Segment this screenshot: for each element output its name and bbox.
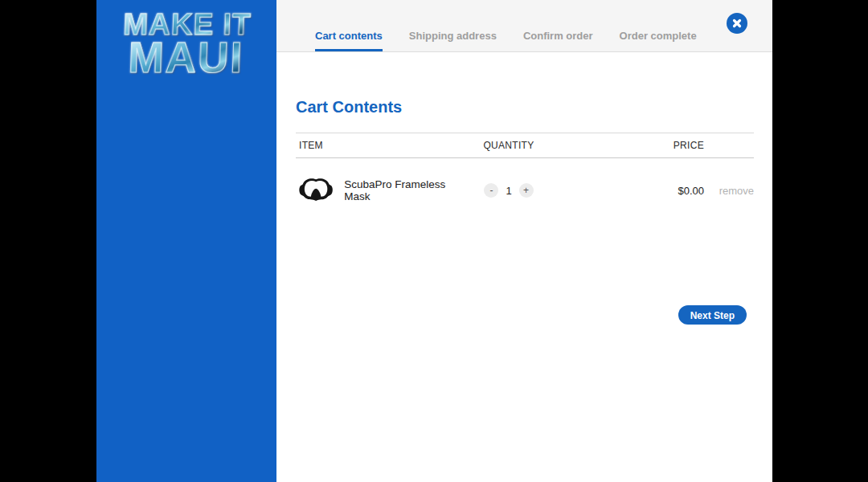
item-price: $0.00 [553, 185, 704, 197]
item-cell: ScubaPro Frameless Mask [296, 173, 465, 208]
close-button[interactable] [727, 13, 747, 34]
column-header-item: ITEM [296, 140, 465, 151]
tab-confirm-order[interactable]: Confirm order [523, 30, 593, 51]
column-header-quantity: QUANTITY [465, 140, 553, 151]
column-header-price: PRICE [553, 140, 704, 151]
quantity-increase-button[interactable]: + [519, 183, 534, 198]
quantity-stepper: - 1 + [465, 183, 553, 198]
checkout-panel: Cart contents Shipping address Confirm o… [276, 0, 772, 482]
item-name: ScubaPro Frameless Mask [344, 178, 465, 202]
tab-shipping-address[interactable]: Shipping address [409, 30, 497, 51]
tab-cart-contents[interactable]: Cart contents [315, 30, 383, 51]
tab-order-complete[interactable]: Order complete [620, 30, 697, 51]
page-title: Cart Contents [296, 98, 772, 116]
logo-line-2: MAUI [113, 39, 260, 78]
sidebar: MAKE IT MAUI [96, 0, 276, 482]
quantity-decrease-button[interactable]: - [484, 183, 498, 198]
cart-item-row: ScubaPro Frameless Mask - 1 + $0.00 remo… [296, 158, 754, 223]
table-header-row: ITEM QUANTITY PRICE [296, 133, 754, 158]
screen: MAKE IT MAUI Cart contents Shipping addr… [0, 0, 868, 482]
close-icon [731, 18, 743, 29]
next-step-button[interactable]: Next Step [678, 305, 747, 325]
quantity-value: 1 [506, 185, 511, 197]
remove-item-link[interactable]: remove [704, 185, 754, 197]
checkout-steps-tabbar: Cart contents Shipping address Confirm o… [276, 0, 772, 52]
cart-table: ITEM QUANTITY PRICE ScubaPro Frameless M… [296, 133, 754, 223]
make-it-maui-logo: MAKE IT MAUI [113, 11, 260, 78]
scuba-mask-icon [297, 173, 334, 208]
